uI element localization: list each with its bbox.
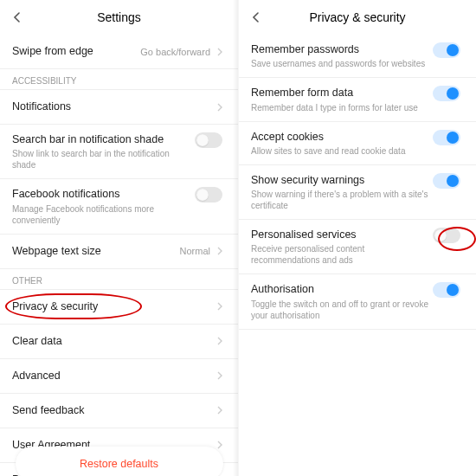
- row-label: Search bar in notification shade: [12, 132, 195, 146]
- chevron-right-icon: [214, 404, 226, 416]
- row-remember-passwords[interactable]: Remember passwords Save usernames and pa…: [239, 35, 476, 78]
- chevron-right-icon: [214, 370, 226, 382]
- row-send-feedback[interactable]: Send feedback: [0, 394, 238, 428]
- toggle-facebook[interactable]: [195, 187, 222, 203]
- toggle-personalised[interactable]: [433, 228, 460, 243]
- chevron-right-icon: [214, 300, 226, 312]
- row-label: Show security warnings: [251, 173, 433, 187]
- chevron-left-icon: [12, 12, 23, 23]
- settings-header: Settings: [0, 0, 238, 35]
- restore-defaults-button[interactable]: Restore defaults: [16, 447, 223, 476]
- row-label: Authorisation: [251, 282, 433, 296]
- row-value: Normal: [180, 246, 210, 256]
- row-label: Clear data: [12, 334, 214, 348]
- chevron-right-icon: [214, 335, 226, 347]
- row-clear-data[interactable]: Clear data: [0, 325, 238, 359]
- page-title: Settings: [97, 10, 141, 24]
- toggle-cookies[interactable]: [433, 130, 460, 145]
- row-privacy-security[interactable]: Privacy & security: [0, 290, 238, 325]
- row-value: Go back/forward: [140, 47, 210, 57]
- row-label: Personalised services: [251, 228, 433, 241]
- row-label: Remember passwords: [251, 42, 433, 56]
- row-label: Notifications: [12, 100, 214, 113]
- row-sub: Manage Facebook notifications more conve…: [12, 203, 195, 226]
- row-advanced[interactable]: Advanced: [0, 359, 238, 394]
- chevron-right-icon: [214, 46, 226, 58]
- row-label: Advanced: [12, 369, 214, 383]
- row-personalised-services[interactable]: Personalised services Receive personalis…: [239, 220, 476, 274]
- row-sub: Show link to search bar in the notificat…: [12, 148, 195, 170]
- toggle-remember-form[interactable]: [433, 86, 460, 101]
- row-sub: Receive personalised content recommendat…: [251, 243, 433, 266]
- section-other: OTHER: [0, 269, 238, 290]
- back-button[interactable]: [9, 9, 26, 26]
- chevron-right-icon: [214, 245, 226, 257]
- row-label: Privacy & security: [12, 299, 214, 313]
- row-sub: Allow sites to save and read cookie data: [251, 145, 433, 157]
- chevron-left-icon: [251, 12, 261, 23]
- row-search-bar-shade[interactable]: Search bar in notification shade Show li…: [0, 125, 238, 179]
- row-label: Facebook notifications: [12, 187, 195, 201]
- row-label: Send feedback: [12, 403, 214, 417]
- row-security-warnings[interactable]: Show security warnings Show warning if t…: [239, 165, 476, 220]
- row-label: Swipe from edge: [12, 44, 140, 58]
- row-accept-cookies[interactable]: Accept cookies Allow sites to save and r…: [239, 122, 476, 165]
- toggle-warnings[interactable]: [433, 173, 460, 189]
- row-sub: Show warning if there's a problem with a…: [251, 189, 433, 211]
- row-remember-form-data[interactable]: Remember form data Remember data I type …: [239, 78, 476, 121]
- settings-pane: Settings Swipe from edge Go back/forward…: [0, 0, 238, 476]
- row-facebook-notifications[interactable]: Facebook notifications Manage Facebook n…: [0, 179, 238, 234]
- chevron-right-icon: [214, 101, 226, 113]
- row-notifications[interactable]: Notifications: [0, 90, 238, 125]
- row-label: Webpage text size: [12, 244, 180, 258]
- row-authorisation[interactable]: Authorisation Toggle the switch on and o…: [239, 274, 476, 329]
- row-swipe-from-edge[interactable]: Swipe from edge Go back/forward: [0, 35, 238, 69]
- row-webpage-text-size[interactable]: Webpage text size Normal: [0, 235, 238, 269]
- row-sub: Toggle the switch on and off to grant or…: [251, 299, 433, 321]
- restore-label: Restore defaults: [80, 458, 158, 470]
- page-title: Privacy & security: [309, 10, 405, 24]
- privacy-header: Privacy & security: [239, 0, 476, 35]
- row-label: Remember form data: [251, 86, 433, 100]
- row-sub: Save usernames and passwords for website…: [251, 58, 433, 69]
- row-label: Accept cookies: [251, 130, 433, 144]
- back-button[interactable]: [248, 9, 265, 26]
- toggle-authorisation[interactable]: [433, 282, 460, 298]
- row-sub: Remember data I type in forms for later …: [251, 102, 433, 113]
- toggle-remember-passwords[interactable]: [433, 42, 460, 58]
- toggle-search-bar[interactable]: [195, 132, 222, 148]
- section-accessibility: ACCESSIBILITY: [0, 69, 238, 90]
- privacy-pane: Privacy & security Remember passwords Sa…: [238, 0, 476, 476]
